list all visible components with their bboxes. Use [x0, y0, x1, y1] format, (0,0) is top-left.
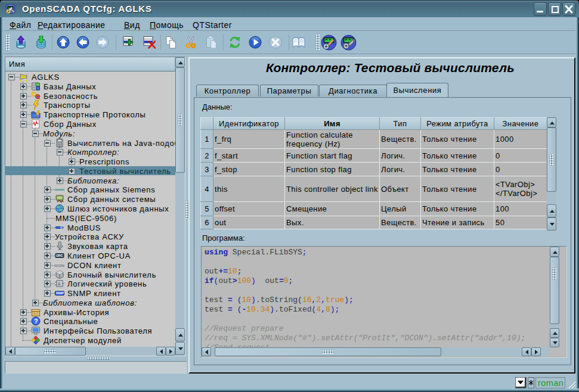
- svg-text:SIEMENS: SIEMENS: [55, 188, 64, 191]
- svg-text:SNMP: SNMP: [56, 292, 64, 295]
- svg-text:?: ?: [34, 318, 38, 325]
- svg-text:OPC: OPC: [56, 254, 63, 257]
- svg-text:&: &: [58, 282, 61, 286]
- svg-text:DCON: DCON: [55, 264, 64, 267]
